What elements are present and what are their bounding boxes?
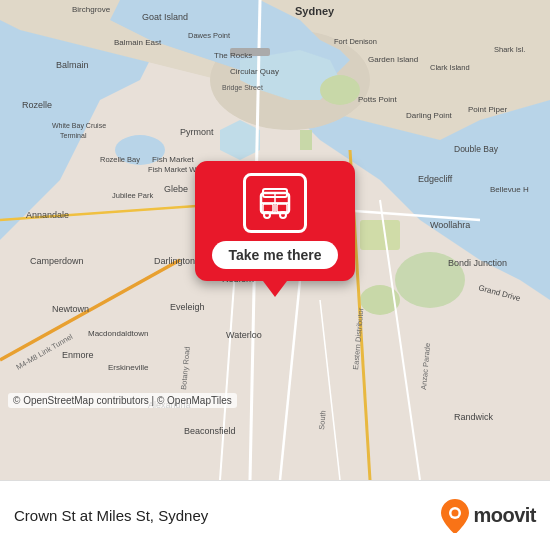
map-container[interactable]: Goat Island Birchgrove Sydney Balmain Ea… xyxy=(0,0,550,480)
svg-rect-9 xyxy=(300,130,312,150)
svg-text:Rozelle: Rozelle xyxy=(22,100,52,110)
svg-text:Annandale: Annandale xyxy=(26,210,69,220)
svg-text:Balmain: Balmain xyxy=(56,60,89,70)
bus-stop-icon xyxy=(253,181,297,225)
svg-text:Pyrmont: Pyrmont xyxy=(180,127,214,137)
svg-text:Enmore: Enmore xyxy=(62,350,94,360)
take-me-there-button[interactable]: Take me there xyxy=(212,241,337,269)
location-text: Crown St at Miles St, Sydney xyxy=(14,507,208,524)
svg-text:Goat Island: Goat Island xyxy=(142,12,188,22)
svg-text:Fort Denison: Fort Denison xyxy=(334,37,377,46)
moovit-pin-icon xyxy=(441,499,469,533)
svg-text:Erskineville: Erskineville xyxy=(108,363,149,372)
svg-text:Dawes Point: Dawes Point xyxy=(188,31,231,40)
bottom-bar: Crown St at Miles St, Sydney moovit xyxy=(0,480,550,550)
svg-text:Darling Point: Darling Point xyxy=(406,111,453,120)
svg-text:Point Piper: Point Piper xyxy=(468,105,507,114)
svg-text:South: South xyxy=(317,410,328,430)
svg-text:Eveleigh: Eveleigh xyxy=(170,302,205,312)
bus-icon-wrapper xyxy=(243,173,307,233)
svg-text:Newtown: Newtown xyxy=(52,304,89,314)
svg-text:Rozelle Bay: Rozelle Bay xyxy=(100,155,140,164)
svg-text:Bellevue H: Bellevue H xyxy=(490,185,529,194)
svg-text:The Rocks: The Rocks xyxy=(214,51,252,60)
svg-text:Edgecliff: Edgecliff xyxy=(418,174,453,184)
svg-rect-79 xyxy=(277,204,287,212)
svg-text:Darlington: Darlington xyxy=(154,256,195,266)
moovit-wordmark: moovit xyxy=(473,504,536,527)
svg-text:Garden Island: Garden Island xyxy=(368,55,418,64)
svg-text:Bondi Junction: Bondi Junction xyxy=(448,258,507,268)
svg-text:Clark Island: Clark Island xyxy=(430,63,470,72)
svg-text:Jubilee Park: Jubilee Park xyxy=(112,191,154,200)
svg-text:Birchgrove: Birchgrove xyxy=(72,5,111,14)
svg-rect-7 xyxy=(360,220,400,250)
svg-point-81 xyxy=(452,509,459,516)
svg-text:Terminal: Terminal xyxy=(60,132,87,139)
svg-text:White Bay Cruise: White Bay Cruise xyxy=(52,122,106,130)
svg-text:Beaconsfield: Beaconsfield xyxy=(184,426,236,436)
svg-text:Waterloo: Waterloo xyxy=(226,330,262,340)
svg-text:Fish Market: Fish Market xyxy=(152,155,195,164)
svg-text:Macdondaldtown: Macdondaldtown xyxy=(88,329,148,338)
svg-text:Circular Quay: Circular Quay xyxy=(230,67,279,76)
svg-text:Woollahra: Woollahra xyxy=(430,220,470,230)
svg-rect-78 xyxy=(263,204,273,212)
svg-point-75 xyxy=(280,212,286,218)
svg-text:Glebe: Glebe xyxy=(164,184,188,194)
svg-text:Double Bay: Double Bay xyxy=(454,144,499,154)
svg-point-74 xyxy=(264,212,270,218)
svg-text:Bridge Street: Bridge Street xyxy=(222,84,263,92)
moovit-logo: moovit xyxy=(441,499,536,533)
svg-text:Potts Point: Potts Point xyxy=(358,95,397,104)
map-attribution: © OpenStreetMap contributors | © OpenMap… xyxy=(8,393,237,408)
svg-point-8 xyxy=(320,75,360,105)
svg-text:Randwick: Randwick xyxy=(454,412,494,422)
popup-overlay: Take me there xyxy=(195,161,355,297)
svg-text:Balmain East: Balmain East xyxy=(114,38,162,47)
svg-text:Shark Isl.: Shark Isl. xyxy=(494,45,525,54)
popup-card: Take me there xyxy=(195,161,355,281)
svg-text:Sydney: Sydney xyxy=(295,5,335,17)
popup-tail xyxy=(263,281,287,297)
svg-text:Camperdown: Camperdown xyxy=(30,256,84,266)
